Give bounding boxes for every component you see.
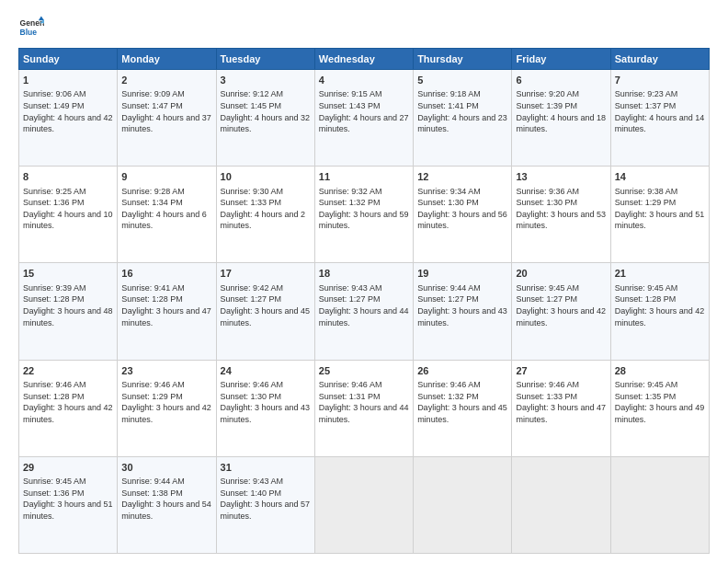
day-number: 19 [417,267,507,281]
calendar-cell: 11Sunrise: 9:32 AMSunset: 1:32 PMDayligh… [314,167,413,263]
week-row-3: 15Sunrise: 9:39 AMSunset: 1:28 PMDayligh… [19,263,710,360]
daylight: Daylight: 3 hours and 51 minutes. [23,500,113,521]
day-header-monday: Monday [118,49,216,70]
sunset: Sunset: 1:29 PM [615,198,677,207]
daylight: Daylight: 4 hours and 27 minutes. [319,113,409,134]
calendar-cell: 8Sunrise: 9:25 AMSunset: 1:36 PMDaylight… [19,167,118,263]
daylight: Daylight: 3 hours and 51 minutes. [615,210,705,231]
sunrise: Sunrise: 9:06 AM [23,89,86,98]
calendar-cell: 7Sunrise: 9:23 AMSunset: 1:37 PMDaylight… [610,70,709,167]
calendar-cell: 20Sunrise: 9:45 AMSunset: 1:27 PMDayligh… [512,263,610,360]
day-number: 18 [319,267,409,281]
calendar-cell: 4Sunrise: 9:15 AMSunset: 1:43 PMDaylight… [314,70,413,167]
day-number: 28 [615,364,705,378]
sunrise: Sunrise: 9:46 AM [23,380,86,389]
day-number: 1 [23,74,113,87]
day-number: 31 [221,461,311,475]
daylight: Daylight: 3 hours and 47 minutes. [516,403,606,424]
calendar-cell [314,456,413,553]
calendar-cell: 14Sunrise: 9:38 AMSunset: 1:29 PMDayligh… [610,167,709,263]
logo-icon: General Blue [18,15,44,40]
sunrise: Sunrise: 9:44 AM [121,477,185,486]
sunrise: Sunrise: 9:09 AM [121,89,185,98]
sunset: Sunset: 1:31 PM [319,392,381,401]
day-number: 10 [221,170,311,184]
daylight: Daylight: 3 hours and 44 minutes. [319,306,409,327]
sunset: Sunset: 1:27 PM [417,294,479,304]
svg-text:Blue: Blue [20,28,38,37]
sunrise: Sunrise: 9:44 AM [417,283,481,293]
sunrise: Sunrise: 9:34 AM [417,187,481,196]
header: General Blue [18,15,710,40]
sunset: Sunset: 1:27 PM [319,294,381,304]
calendar-cell [414,456,512,553]
day-number: 14 [615,170,705,184]
sunset: Sunset: 1:28 PM [23,392,85,401]
sunset: Sunset: 1:32 PM [417,392,479,401]
calendar-cell: 5Sunrise: 9:18 AMSunset: 1:41 PMDaylight… [414,70,512,167]
calendar-cell: 24Sunrise: 9:46 AMSunset: 1:30 PMDayligh… [216,360,314,456]
day-number: 30 [121,461,211,475]
day-number: 27 [516,364,606,378]
day-header-tuesday: Tuesday [216,49,314,70]
day-number: 24 [221,364,311,378]
daylight: Daylight: 3 hours and 59 minutes. [319,210,409,231]
daylight: Daylight: 4 hours and 18 minutes. [516,113,606,134]
week-row-5: 29Sunrise: 9:45 AMSunset: 1:36 PMDayligh… [19,456,710,553]
sunrise: Sunrise: 9:36 AM [516,187,579,196]
sunset: Sunset: 1:40 PM [221,488,282,498]
week-row-1: 1Sunrise: 9:06 AMSunset: 1:49 PMDaylight… [19,70,710,167]
sunset: Sunset: 1:49 PM [23,101,85,110]
day-number: 7 [615,74,705,87]
daylight: Daylight: 3 hours and 49 minutes. [615,403,705,424]
calendar-cell: 9Sunrise: 9:28 AMSunset: 1:34 PMDaylight… [118,167,216,263]
day-number: 16 [121,267,211,281]
sunrise: Sunrise: 9:15 AM [319,89,382,98]
sunrise: Sunrise: 9:12 AM [221,89,284,98]
daylight: Daylight: 3 hours and 42 minutes. [23,403,113,424]
day-number: 20 [516,267,606,281]
day-number: 5 [417,74,507,87]
sunrise: Sunrise: 9:32 AM [319,187,382,196]
day-number: 12 [417,170,507,184]
sunset: Sunset: 1:35 PM [615,392,677,401]
daylight: Daylight: 3 hours and 56 minutes. [417,210,507,231]
calendar-cell: 28Sunrise: 9:45 AMSunset: 1:35 PMDayligh… [610,360,709,456]
daylight: Daylight: 3 hours and 57 minutes. [221,500,311,521]
day-number: 22 [23,364,113,378]
day-number: 9 [121,170,211,184]
sunset: Sunset: 1:41 PM [417,101,479,110]
sunrise: Sunrise: 9:46 AM [319,380,382,389]
calendar-cell: 6Sunrise: 9:20 AMSunset: 1:39 PMDaylight… [512,70,610,167]
sunrise: Sunrise: 9:39 AM [23,283,86,293]
sunset: Sunset: 1:39 PM [516,101,577,110]
sunrise: Sunrise: 9:45 AM [615,283,678,293]
daylight: Daylight: 4 hours and 37 minutes. [121,113,211,134]
day-header-sunday: Sunday [19,49,118,70]
sunrise: Sunrise: 9:43 AM [221,477,284,486]
sunset: Sunset: 1:34 PM [121,198,183,207]
day-number: 11 [319,170,409,184]
calendar-cell: 10Sunrise: 9:30 AMSunset: 1:33 PMDayligh… [216,167,314,263]
calendar-cell: 17Sunrise: 9:42 AMSunset: 1:27 PMDayligh… [216,263,314,360]
day-number: 13 [516,170,606,184]
day-number: 3 [221,74,311,87]
daylight: Daylight: 4 hours and 32 minutes. [221,113,311,134]
calendar-cell: 25Sunrise: 9:46 AMSunset: 1:31 PMDayligh… [314,360,413,456]
sunrise: Sunrise: 9:45 AM [615,380,678,389]
daylight: Daylight: 3 hours and 45 minutes. [221,306,311,327]
days-header-row: SundayMondayTuesdayWednesdayThursdayFrid… [19,49,710,70]
day-header-saturday: Saturday [610,49,709,70]
logo: General Blue [18,15,44,40]
day-number: 26 [417,364,507,378]
sunrise: Sunrise: 9:18 AM [417,89,481,98]
sunset: Sunset: 1:30 PM [417,198,479,207]
sunset: Sunset: 1:47 PM [121,101,183,110]
calendar-cell: 31Sunrise: 9:43 AMSunset: 1:40 PMDayligh… [216,456,314,553]
day-number: 4 [319,74,409,87]
daylight: Daylight: 4 hours and 6 minutes. [121,210,207,231]
sunrise: Sunrise: 9:46 AM [121,380,185,389]
daylight: Daylight: 3 hours and 47 minutes. [121,306,211,327]
sunset: Sunset: 1:30 PM [516,198,577,207]
day-number: 23 [121,364,211,378]
